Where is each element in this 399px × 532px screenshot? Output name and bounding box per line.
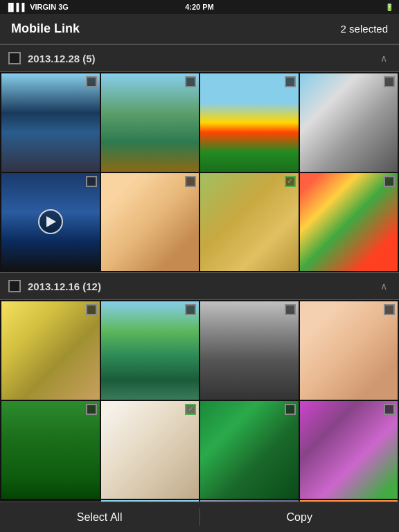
status-time: 4:20 PM: [185, 3, 214, 11]
photo-cell[interactable]: [101, 301, 200, 400]
copy-button[interactable]: Copy: [200, 502, 400, 532]
battery-icon: 🔋: [385, 3, 393, 11]
photo-cell[interactable]: [300, 173, 398, 272]
photo-checkbox[interactable]: [285, 404, 296, 415]
photo-checkbox[interactable]: [285, 176, 296, 187]
photo-cell[interactable]: [1, 500, 100, 502]
photo-checkbox[interactable]: [185, 404, 196, 415]
play-button[interactable]: [38, 209, 63, 234]
play-triangle-icon: [46, 216, 56, 227]
photo-checkbox[interactable]: [285, 304, 296, 315]
photo-checkbox[interactable]: [185, 76, 196, 87]
photo-checkbox[interactable]: [384, 176, 395, 187]
status-battery: 🔋: [385, 3, 393, 11]
section-date-2: 2013.12.16 (12): [28, 281, 101, 292]
photo-cell[interactable]: [1, 401, 100, 499]
section-header-left-2: 2013.12.16 (12): [8, 280, 101, 292]
photo-cell[interactable]: [200, 73, 299, 172]
photo-cell[interactable]: [1, 73, 100, 172]
selection-count: 2 selected: [341, 23, 388, 35]
photo-cell[interactable]: [300, 401, 398, 499]
photo-grid-1: [0, 72, 399, 272]
section-header-1[interactable]: 2013.12.28 (5) ∧: [0, 44, 399, 72]
section-header-left-1: 2013.12.28 (5): [8, 52, 96, 64]
app-title: Mobile Link: [11, 21, 80, 36]
select-all-button[interactable]: Select All: [0, 502, 200, 532]
photo-cell[interactable]: [200, 173, 299, 272]
photo-checkbox[interactable]: [185, 304, 196, 315]
signal-bars: ▐▌▌▌: [6, 3, 27, 11]
photo-cell[interactable]: [101, 173, 200, 272]
section-chevron-2[interactable]: ∧: [377, 279, 391, 293]
photo-cell[interactable]: [300, 73, 398, 172]
photo-cell[interactable]: [200, 301, 299, 400]
photo-checkbox[interactable]: [185, 176, 196, 187]
photo-cell[interactable]: [1, 301, 100, 400]
photo-checkbox[interactable]: [86, 76, 97, 87]
section-checkbox-2[interactable]: [8, 280, 21, 292]
photo-checkbox[interactable]: [285, 76, 296, 87]
section-chevron-1[interactable]: ∧: [377, 51, 391, 65]
section-date-1: 2013.12.28 (5): [28, 53, 96, 64]
photo-cell[interactable]: [1, 173, 100, 272]
status-bar: ▐▌▌▌ VIRGIN 3G 4:20 PM 🔋: [0, 0, 399, 14]
photo-checkbox[interactable]: [384, 76, 395, 87]
section-header-2[interactable]: 2013.12.16 (12) ∧: [0, 272, 399, 300]
photo-checkbox[interactable]: [384, 404, 395, 415]
photo-cell[interactable]: [101, 500, 200, 502]
photo-cell[interactable]: [101, 401, 200, 499]
photo-cell[interactable]: [200, 401, 299, 499]
photo-cell[interactable]: [101, 73, 200, 172]
photo-checkbox[interactable]: [86, 404, 97, 415]
nav-bar: Mobile Link 2 selected: [0, 14, 399, 44]
photo-scroll-area[interactable]: 2013.12.28 (5) ∧: [0, 44, 399, 502]
photo-cell[interactable]: [200, 500, 299, 502]
photo-checkbox[interactable]: [384, 304, 395, 315]
photo-cell[interactable]: [300, 301, 398, 400]
photo-checkbox[interactable]: [86, 176, 97, 187]
photo-cell[interactable]: [300, 500, 398, 502]
status-carrier: ▐▌▌▌ VIRGIN 3G: [6, 3, 69, 11]
section-checkbox-1[interactable]: [8, 52, 21, 64]
photo-checkbox[interactable]: [86, 304, 97, 315]
network-type: VIRGIN 3G: [30, 3, 69, 11]
photo-grid-2: [0, 300, 399, 502]
bottom-toolbar: Select All Copy: [0, 502, 399, 532]
